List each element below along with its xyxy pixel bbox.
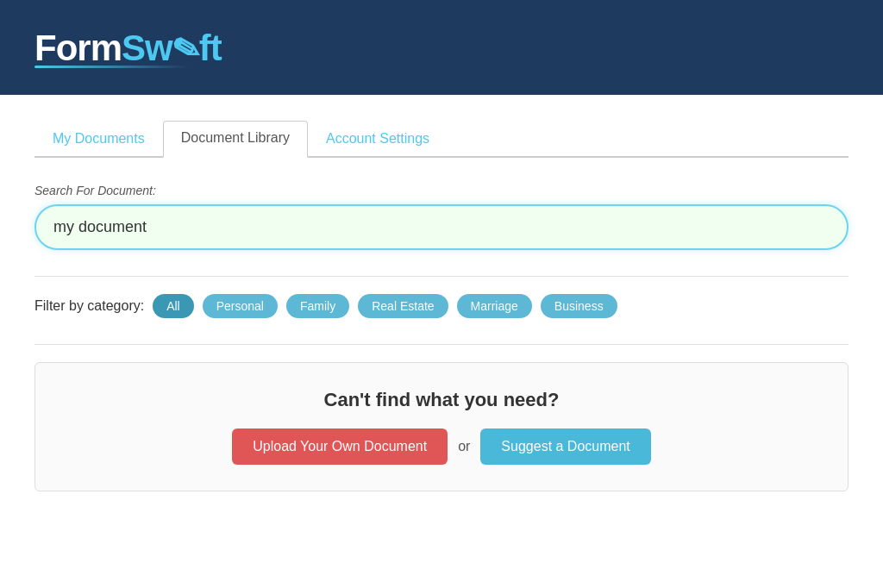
cant-find-box: Can't find what you need? Upload Your Ow…: [34, 362, 849, 491]
cant-find-actions: Upload Your Own Document or Suggest a Do…: [53, 428, 830, 465]
or-text: or: [458, 439, 470, 454]
header: FormSw✎ft: [0, 0, 883, 95]
tabs-nav: My Documents Document Library Account Se…: [34, 121, 849, 158]
filter-btn-business[interactable]: Business: [541, 294, 617, 318]
search-input[interactable]: [34, 204, 849, 250]
divider-2: [34, 344, 849, 345]
filter-btn-personal[interactable]: Personal: [203, 294, 278, 318]
suggest-document-button[interactable]: Suggest a Document: [480, 428, 650, 465]
filter-btn-all[interactable]: All: [153, 294, 194, 318]
filter-btn-marriage[interactable]: Marriage: [457, 294, 532, 318]
tab-document-library[interactable]: Document Library: [163, 121, 308, 158]
logo-swift-text: Sw✎ft: [122, 28, 222, 68]
tab-my-documents[interactable]: My Documents: [34, 122, 163, 158]
search-section: Search For Document:: [34, 184, 849, 250]
filter-label: Filter by category:: [34, 298, 144, 314]
filter-btn-real-estate[interactable]: Real Estate: [358, 294, 448, 318]
upload-document-button[interactable]: Upload Your Own Document: [232, 428, 448, 465]
logo: FormSw✎ft: [34, 28, 222, 68]
divider-1: [34, 276, 849, 277]
logo-form-text: Form: [34, 28, 122, 68]
tab-account-settings[interactable]: Account Settings: [308, 122, 448, 158]
cant-find-title: Can't find what you need?: [53, 389, 830, 411]
filter-section: Filter by category: All Personal Family …: [34, 294, 849, 318]
search-label: Search For Document:: [34, 184, 849, 197]
filter-btn-family[interactable]: Family: [286, 294, 349, 318]
main-content: My Documents Document Library Account Se…: [0, 95, 883, 588]
